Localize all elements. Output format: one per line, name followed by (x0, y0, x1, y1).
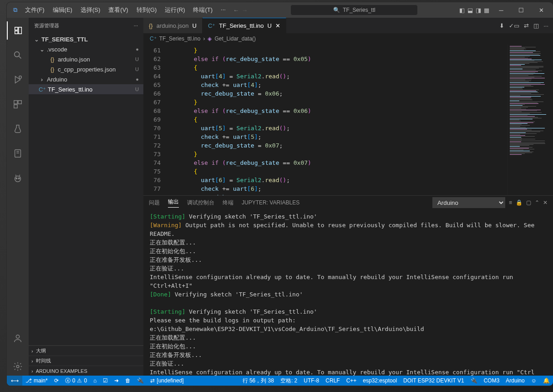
method-icon: ◈ (208, 36, 212, 42)
tree-file-ccpp-json[interactable]: {}c_cpp_properties.jsonU (29, 64, 143, 74)
status-pio-upload-icon[interactable]: ➜ (111, 376, 122, 386)
status-env[interactable]: ⇄ [undefined] (147, 376, 187, 386)
status-encoding[interactable]: UTF-8 (300, 376, 322, 386)
status-pio-build-icon[interactable]: ☑ (100, 376, 111, 386)
window-close-button[interactable]: ✕ (531, 2, 551, 18)
menu-select[interactable]: 选择(S) (77, 4, 104, 16)
menu-more[interactable]: ··· (217, 4, 229, 16)
output-content[interactable]: [Starting] Verifying sketch 'TF_Series_t… (143, 209, 553, 376)
dot-indicator-icon: ● (136, 76, 143, 82)
timeline-panel-header[interactable]: ›时间线 (29, 356, 143, 366)
status-pio-clean-icon[interactable]: 🗑 (122, 376, 134, 386)
editor-action-upload-icon[interactable]: ⬇ (499, 22, 504, 29)
activity-run-debug-icon[interactable] (7, 71, 29, 89)
status-plug-icon[interactable]: 🔌 (467, 376, 481, 386)
json-icon: {} (49, 56, 56, 63)
breadcrumb-bar[interactable]: C⁺ TF_Series_ttl.ino › ◈ Get_Lidar_data(… (143, 33, 553, 44)
layout-sidebar-left-icon[interactable]: ◧ (459, 7, 465, 14)
menu-bar: 文件(F) 编辑(E) 选择(S) 查看(V) 转到(G) 运行(R) 终端(T… (21, 4, 229, 16)
status-language[interactable]: C++ (343, 376, 360, 386)
panel-tab-output[interactable]: 输出 (168, 198, 179, 208)
menu-edit[interactable]: 编辑(E) (49, 4, 76, 16)
status-eol[interactable]: CRLF (322, 376, 343, 386)
layout-panel-icon[interactable]: ⬓ (467, 7, 473, 14)
activity-search-icon[interactable] (7, 46, 29, 64)
panel-tabs: 问题 输出 调试控制台 终端 JUPYTER: VARIABLES Arduin… (143, 196, 553, 209)
panel-close-icon[interactable]: ✕ (543, 199, 548, 206)
editor-action-verify-icon[interactable]: ✓▭ (509, 22, 519, 29)
activity-testing-icon[interactable] (7, 120, 29, 138)
editor-action-split-icon[interactable]: ◫ (533, 22, 539, 29)
panel-tab-jupyter-vars[interactable]: JUPYTER: VARIABLES (242, 199, 299, 206)
clear-output-icon[interactable]: ▢ (526, 199, 531, 206)
activity-explorer-icon[interactable] (7, 21, 29, 40)
breadcrumb-symbol[interactable]: Get_Lidar_data() (214, 36, 256, 42)
outline-panel-header[interactable]: ›大纲 (29, 346, 143, 356)
status-cursor-position[interactable]: 行 56，列 38 (239, 376, 277, 386)
json-icon: {} (149, 22, 153, 29)
status-board-pkg[interactable]: esp32:esptool (360, 376, 400, 386)
tree-root[interactable]: ⌄TF_SERIES_TTL (29, 34, 143, 44)
command-center[interactable]: 🔍 TF_Series_ttl (290, 5, 418, 15)
tree-file-ino[interactable]: C⁺TF_Series_ttl.inoU (29, 84, 143, 94)
tree-file-arduino-json[interactable]: {}arduino.jsonU (29, 54, 143, 64)
code-editor[interactable]: 61 62 63 64 65 66 67 68 69 70 71 72 73 7… (143, 44, 553, 195)
output-channel-select[interactable]: Arduino (432, 197, 505, 208)
arduino-examples-panel-header[interactable]: ›ARDUINO EXAMPLES (29, 366, 143, 376)
status-board-name[interactable]: DOIT ESP32 DEVKIT V1 (400, 376, 467, 386)
activity-notebook-icon[interactable] (7, 144, 29, 163)
panel-tab-terminal[interactable]: 终端 (223, 199, 233, 207)
status-bell-icon[interactable]: 🔔 (540, 376, 553, 386)
nav-back-icon[interactable]: ← (233, 7, 239, 14)
panel-tab-debug-console[interactable]: 调试控制台 (187, 199, 214, 207)
menu-file[interactable]: 文件(F) (21, 4, 48, 16)
editor-tabs: {} arduino.json U C⁺ TF_Series_ttl.ino U… (143, 18, 553, 33)
sidebar-more-icon[interactable]: ··· (134, 23, 138, 28)
status-problems[interactable]: ⓧ0⚠0 (62, 376, 90, 386)
svg-rect-2 (14, 101, 17, 104)
layout-customize-icon[interactable]: ▦ (484, 7, 489, 14)
breadcrumb-file[interactable]: TF_Series_ttl.ino (159, 36, 201, 42)
menu-terminal[interactable]: 终端(T) (189, 4, 216, 16)
editor-action-compare-icon[interactable]: ⇄ (524, 22, 529, 29)
editor-area: {} arduino.json U C⁺ TF_Series_ttl.ino U… (143, 18, 553, 376)
panel-maximize-icon[interactable]: ⌃ (535, 199, 539, 206)
cpp-file-icon: C⁺ (39, 86, 46, 93)
tab-tf-series-ino[interactable]: C⁺ TF_Series_ttl.ino U ✕ (203, 18, 286, 33)
menu-goto[interactable]: 转到(G) (133, 4, 161, 16)
status-pio-home-icon[interactable]: ⌂ (90, 376, 100, 386)
error-icon: ⓧ (65, 377, 71, 385)
status-remote-button[interactable]: ⟷ (7, 376, 22, 386)
status-port[interactable]: COM3 (481, 376, 503, 386)
svg-rect-5 (15, 150, 21, 158)
filter-icon[interactable]: ≡ (509, 199, 512, 206)
code-content[interactable]: } else if (rec_debug_state == 0x05) { ua… (165, 44, 507, 195)
status-sync[interactable]: ⟳ (51, 376, 62, 386)
menu-run[interactable]: 运行(R) (161, 4, 188, 16)
tree-folder-vscode[interactable]: ⌄.vscode● (29, 44, 143, 54)
status-feedback-icon[interactable]: ☺ (528, 376, 540, 386)
tree-folder-arduino[interactable]: ›Arduino● (29, 74, 143, 84)
svg-point-9 (16, 335, 19, 338)
tree-file-arduino-json-label: arduino.json (58, 56, 90, 63)
panel-tab-problems[interactable]: 问题 (149, 199, 160, 207)
layout-sidebar-right-icon[interactable]: ◨ (476, 7, 481, 14)
activity-extensions-icon[interactable] (7, 95, 29, 113)
window-maximize-button[interactable]: ☐ (511, 2, 531, 18)
tab-close-icon[interactable]: ✕ (275, 22, 280, 29)
activity-accounts-icon[interactable] (7, 329, 29, 347)
minimap[interactable] (507, 44, 553, 195)
activity-platformio-icon[interactable] (7, 169, 29, 187)
window-minimize-button[interactable]: ─ (491, 2, 511, 18)
menu-view[interactable]: 查看(V) (105, 4, 132, 16)
editor-action-more-icon[interactable]: ··· (543, 22, 548, 29)
activity-settings-icon[interactable] (7, 357, 29, 376)
status-pio-serial-icon[interactable]: 🔌 (134, 376, 147, 386)
tab-arduino-json[interactable]: {} arduino.json U (143, 18, 203, 33)
status-indentation[interactable]: 空格: 2 (277, 376, 300, 386)
lock-scroll-icon[interactable]: 🔒 (516, 199, 523, 206)
activity-bar (7, 18, 29, 376)
status-arduino[interactable]: Arduino (502, 376, 528, 386)
nav-forward-icon[interactable]: → (242, 7, 248, 14)
status-branch[interactable]: ⎇main* (22, 376, 51, 386)
